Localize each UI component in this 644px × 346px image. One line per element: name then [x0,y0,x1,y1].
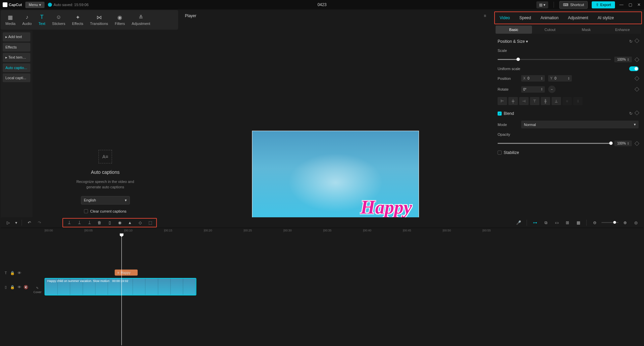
align-right[interactable]: ⊣ [519,97,529,105]
timeline-tracks[interactable]: T 🔒 👁 ≡Happy ▯ 🔒 👁 🔇 ✎ Cover Happy child… [1,234,643,345]
track-magnet-tool[interactable]: ⊶ [531,219,539,227]
audio-icon: ♪ [24,14,30,20]
selection-dropdown[interactable]: ▾ [14,219,18,227]
tab-media[interactable]: ▦Media [2,12,19,28]
redo-button[interactable]: ↷ [35,219,44,227]
zoom-out[interactable]: ⊖ [591,219,599,227]
tab-adjustment-prop[interactable]: Adjustment [563,12,593,24]
player-menu-icon[interactable]: ≡ [484,13,486,18]
text-track-icon[interactable]: T [3,271,8,275]
sidebar-effects[interactable]: Effects [3,43,30,52]
tab-transitions[interactable]: ⋈Transitions [87,12,111,28]
undo-button[interactable]: ↶ [25,219,33,227]
mic-tool[interactable]: 🎤 [514,219,523,227]
export-icon: ⇧ [596,3,599,7]
tab-stickers[interactable]: ☺Stickers [49,12,68,28]
video-clip[interactable]: Happy child on summer vacation. Slow mot… [45,278,196,295]
close-button[interactable]: ✕ [637,2,641,7]
clear-captions-checkbox[interactable]: Clear current captions [84,209,127,213]
tab-audio[interactable]: ♪Audio [19,12,35,28]
crop-tool[interactable]: ⬚ [146,219,154,227]
subtab-cutout[interactable]: Cutout [532,26,568,34]
rotate-reset[interactable]: − [548,86,556,93]
blend-checkbox[interactable]: ✓ [498,112,502,116]
crop-duration-tool[interactable]: ▯ [106,219,114,227]
rotate-keyframe[interactable] [635,87,639,92]
language-select[interactable]: English▾ [81,196,130,205]
blend-mode-select[interactable]: Normal▾ [521,121,639,128]
align-center-h[interactable]: ╪ [508,97,518,105]
text-clip[interactable]: ≡Happy [115,270,138,276]
reset-icon[interactable]: ↻ [629,39,633,44]
stabilize-checkbox[interactable] [498,151,502,155]
track-tool[interactable]: ▦ [574,219,582,227]
mute-icon[interactable]: 🔇 [24,285,28,289]
tab-effects[interactable]: ✦Effects [68,12,86,28]
keyframe-icon[interactable] [635,38,639,43]
split-tool[interactable]: ⟘ [65,219,73,227]
zoom-slider[interactable] [601,222,618,223]
align-bottom[interactable]: ⊥ [552,97,561,105]
opacity-value[interactable]: 100%▲▼ [614,140,632,146]
scale-value[interactable]: 100%▲▼ [614,57,632,62]
scale-slider[interactable] [498,59,611,60]
position-y-input[interactable]: Y0▲▼ [548,75,572,82]
split-right-tool[interactable]: ⟘ [85,219,93,227]
opacity-slider[interactable] [498,143,611,144]
selection-tool[interactable]: ▷ [4,219,12,227]
lock-icon[interactable]: 🔒 [10,285,15,289]
align-left[interactable]: ⊢ [498,97,507,105]
subtab-enhance[interactable]: Enhance [605,26,641,34]
tab-speed[interactable]: Speed [514,12,536,24]
menu-button[interactable]: Menu▾ [25,2,45,8]
align-top[interactable]: ⊤ [530,97,539,105]
delete-tool[interactable]: 🗑 [95,219,104,227]
snap-tool[interactable]: ▭ [553,219,561,227]
shortcut-button[interactable]: ⌨ Shortcut [559,1,588,9]
sidebar-text-template[interactable]: ▸ Text template [3,53,30,62]
reverse-tool[interactable]: ◉ [116,219,124,227]
export-button[interactable]: ⇧ Export [592,1,615,8]
stickers-icon: ☺ [55,14,62,20]
subtab-mask[interactable]: Mask [568,26,605,34]
maximize-button[interactable]: ▢ [628,2,633,7]
align-center-v[interactable]: ╫ [541,97,550,105]
sidebar-auto-captions[interactable]: Auto captio... [3,63,30,72]
zoom-fit[interactable]: ◎ [632,219,640,227]
keyframe-icon[interactable] [635,111,639,115]
split-left-tool[interactable]: ⟘ [75,219,83,227]
video-preview[interactable]: Happy [252,131,419,225]
timeline-ruler[interactable]: |00:00 |00:05 |00:10 |00:15 |00:20 |00:2… [1,228,643,234]
preview-axis-tool[interactable]: ⊞ [563,219,571,227]
uniform-scale-toggle[interactable] [629,66,639,71]
app-name: CapCut [9,3,22,7]
reset-icon[interactable]: ↻ [629,111,633,116]
eye-icon[interactable]: 👁 [17,271,22,275]
chevron-down-icon: ▾ [125,198,127,202]
tab-video[interactable]: Video [495,12,514,24]
rotate-input[interactable]: 0°▲▼ [521,86,545,93]
eye-icon[interactable]: 👁 [17,285,22,289]
tab-animation[interactable]: Animation [536,12,563,24]
sidebar-add-text[interactable]: ▸ Add text [3,32,30,41]
mirror-tool[interactable]: ▲ [126,219,134,227]
tab-ai-stylize[interactable]: AI stylize [593,12,619,24]
link-tool[interactable]: ⧉ [542,219,550,227]
sidebar-local-captions[interactable]: Local capti... [3,73,30,82]
playhead[interactable] [121,234,122,345]
cover-button[interactable]: ✎ Cover [33,286,42,294]
minimize-button[interactable]: — [619,2,624,7]
opacity-keyframe[interactable] [635,141,639,146]
rotate-tool[interactable]: ◇ [136,219,144,227]
position-x-input[interactable]: X0▲▼ [521,75,545,82]
position-keyframe[interactable] [635,76,639,81]
scale-keyframe[interactable] [635,57,639,62]
layout-button[interactable]: ▥ ▾ [536,1,548,8]
subtab-basic[interactable]: Basic [496,26,532,34]
tab-text[interactable]: TText [35,12,49,28]
video-track-icon[interactable]: ▯ [3,285,8,289]
tab-adjustment[interactable]: ≚Adjustment [128,12,153,28]
tab-filters[interactable]: ◉Filters [111,12,128,28]
zoom-in[interactable]: ⊕ [621,219,629,227]
lock-icon[interactable]: 🔒 [10,271,15,275]
